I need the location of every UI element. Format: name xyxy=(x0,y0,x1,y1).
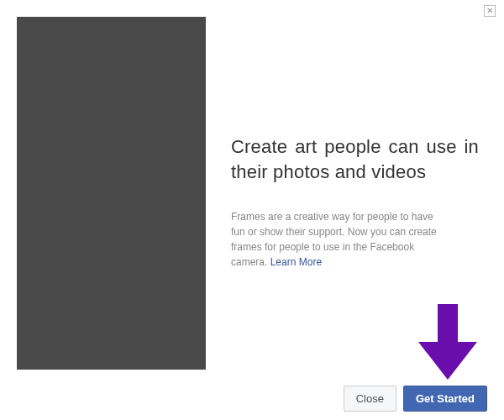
close-button[interactable]: Close xyxy=(344,386,396,412)
modal-description: Frames are a creative way for people to … xyxy=(231,209,437,270)
modal-footer: Close Get Started xyxy=(344,386,487,412)
get-started-button[interactable]: Get Started xyxy=(403,386,487,412)
learn-more-link[interactable]: Learn More xyxy=(270,256,322,268)
content-column: Create art people can use in their photo… xyxy=(206,17,479,370)
modal-heading: Create art people can use in their photo… xyxy=(231,134,479,184)
close-icon[interactable]: ✕ xyxy=(484,5,496,17)
modal-body: Create art people can use in their photo… xyxy=(0,0,504,370)
preview-placeholder xyxy=(17,17,206,370)
description-text: Frames are a creative way for people to … xyxy=(231,211,437,268)
